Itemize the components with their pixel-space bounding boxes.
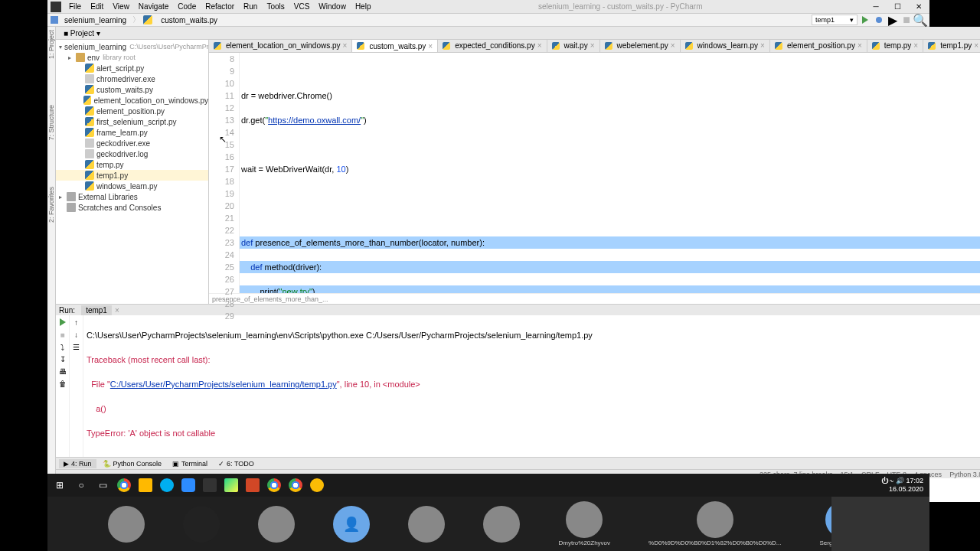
- menu-view[interactable]: View: [108, 1, 134, 12]
- terminal-icon[interactable]: [199, 474, 220, 496]
- rerun-button[interactable]: [57, 317, 68, 328]
- menu-vcs[interactable]: VCS: [289, 1, 315, 12]
- avatar[interactable]: [566, 501, 603, 538]
- stop-button[interactable]: ■: [900, 14, 913, 26]
- menu-code[interactable]: Code: [173, 1, 201, 12]
- avatar[interactable]: [258, 506, 295, 543]
- chrome-icon[interactable]: [113, 474, 135, 496]
- up-stack-button[interactable]: ↑: [71, 317, 82, 328]
- system-clock[interactable]: ⏻ ∿ 🔊 17:02 16.05.2020: [881, 477, 928, 494]
- editor-tabs[interactable]: element_location_on_windows.py× custom_w…: [209, 40, 980, 53]
- clear-button[interactable]: 🗑: [57, 378, 68, 389]
- toggle-soft-wrap[interactable]: ⤵: [57, 341, 68, 352]
- project-tree[interactable]: ▾selenium_learningC:\Users\User\PycharmP…: [56, 40, 209, 304]
- code-editor[interactable]: dr = webdriver.Chrome() dr.get("https://…: [240, 53, 980, 293]
- breadcrumb-project[interactable]: selenium_learning: [61, 15, 129, 25]
- run-config-select[interactable]: temp1▾: [812, 15, 858, 25]
- project-icon: [51, 16, 58, 24]
- breadcrumb-file[interactable]: custom_waits.py: [158, 15, 220, 25]
- project-tab-label[interactable]: ■ Project ▾: [64, 29, 100, 37]
- filter-button[interactable]: ☰: [71, 341, 82, 352]
- chevron-down-icon: ▾: [850, 16, 854, 24]
- run-button[interactable]: [859, 14, 871, 26]
- run-with-coverage-button[interactable]: ▶: [887, 14, 899, 26]
- avatar[interactable]: [697, 501, 733, 538]
- taskbar[interactable]: ⊞ ○ ▭ ⏻ ∿ 🔊 17:02 16.05.2020: [47, 474, 929, 497]
- bottom-tab-todo[interactable]: ✓ 6: TODO: [214, 459, 259, 468]
- menu-window[interactable]: Window: [314, 1, 351, 12]
- svg-marker-2: [60, 318, 66, 326]
- sidebar-project[interactable]: 1: Project: [47, 30, 55, 59]
- maximize-button[interactable]: ☐: [887, 1, 908, 13]
- avatar[interactable]: [483, 506, 520, 543]
- status-interpreter[interactable]: Python 3.8 (selenium_learning): [949, 471, 980, 478]
- tree-item-selected: temp1.py: [56, 170, 208, 181]
- chrome2-icon[interactable]: [263, 474, 285, 496]
- search-icon[interactable]: ○: [70, 474, 92, 496]
- avatar-muted[interactable]: [183, 506, 220, 543]
- sidebar-structure[interactable]: 7: Structure: [47, 105, 55, 141]
- app-icon: [51, 2, 61, 12]
- menu-refactor[interactable]: Refactor: [201, 1, 239, 12]
- minimize-button[interactable]: ─: [865, 1, 887, 13]
- task-view-icon[interactable]: ▭: [92, 474, 113, 496]
- print-button[interactable]: 🖶: [57, 366, 68, 377]
- powerpoint-icon[interactable]: [242, 474, 263, 496]
- menu-help[interactable]: Help: [351, 1, 376, 12]
- pycharm-icon[interactable]: [220, 474, 242, 496]
- window-title: selenium_learning - custom_waits.py - Py…: [375, 2, 865, 11]
- bottom-tab-python-console[interactable]: 🐍 Python Console: [98, 459, 167, 468]
- canary-icon[interactable]: [306, 474, 328, 496]
- close-button[interactable]: ✕: [908, 1, 929, 13]
- py-file-icon: [143, 15, 152, 24]
- bottom-tab-terminal[interactable]: ▣ Terminal: [168, 459, 212, 468]
- avatar[interactable]: [108, 506, 145, 543]
- avatar[interactable]: 👤: [333, 506, 370, 543]
- editor-breadcrumb[interactable]: presence_of_elements_more_than_...: [209, 293, 980, 304]
- self-video[interactable]: [831, 497, 929, 551]
- run-tab[interactable]: temp1: [81, 305, 112, 315]
- svg-point-1: [876, 17, 882, 23]
- bottom-tab-run[interactable]: ▶ 4: Run: [59, 459, 96, 468]
- menu-navigate[interactable]: Navigate: [134, 1, 173, 12]
- sidebar-favorites[interactable]: 2: Favorites: [47, 187, 55, 223]
- video-call-bar[interactable]: 👤 Dmytro%20Zhyvov %D0%9D%D0%B0%D1%82%D0%…: [47, 497, 929, 551]
- chrome3-icon[interactable]: [285, 474, 306, 496]
- search-everywhere-button[interactable]: 🔍: [914, 14, 926, 26]
- svg-marker-0: [862, 16, 868, 24]
- menu-run[interactable]: Run: [239, 1, 262, 12]
- start-button[interactable]: ⊞: [49, 474, 70, 496]
- menu-file[interactable]: File: [64, 1, 86, 12]
- run-label: Run:: [59, 306, 75, 315]
- menu-tools[interactable]: Tools: [262, 1, 289, 12]
- debug-button[interactable]: [873, 14, 885, 26]
- skype-icon[interactable]: [156, 474, 178, 496]
- line-gutter[interactable]: 8910111213141516171819202122232425262728…: [209, 53, 240, 293]
- zoom-icon[interactable]: [178, 474, 199, 496]
- avatar[interactable]: [408, 506, 445, 543]
- scroll-to-end[interactable]: ↧: [57, 354, 68, 364]
- explorer-icon[interactable]: [135, 474, 156, 496]
- menu-edit[interactable]: Edit: [86, 1, 108, 12]
- down-stack-button[interactable]: ↓: [71, 329, 82, 340]
- stop-run-button[interactable]: ■: [57, 329, 68, 340]
